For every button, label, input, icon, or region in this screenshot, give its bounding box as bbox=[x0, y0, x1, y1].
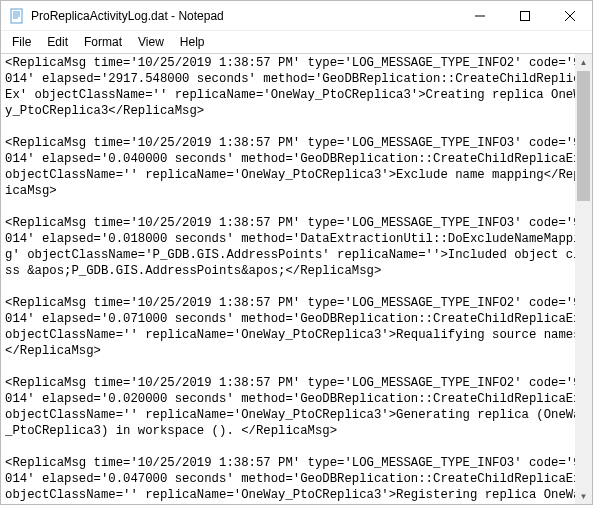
editor-wrap: <ReplicaMsg time='10/25/2019 1:38:57 PM'… bbox=[1, 54, 592, 505]
titlebar: ProReplicaActivityLog.dat - Notepad bbox=[1, 1, 592, 31]
vertical-scrollbar[interactable]: ▲ ▼ bbox=[575, 54, 592, 505]
scroll-down-button[interactable]: ▼ bbox=[575, 488, 592, 505]
menu-format[interactable]: Format bbox=[77, 33, 129, 51]
menu-help[interactable]: Help bbox=[173, 33, 212, 51]
minimize-button[interactable] bbox=[457, 1, 502, 30]
scroll-track[interactable] bbox=[575, 71, 592, 488]
menu-edit[interactable]: Edit bbox=[40, 33, 75, 51]
scroll-thumb[interactable] bbox=[577, 71, 590, 201]
scroll-up-button[interactable]: ▲ bbox=[575, 54, 592, 71]
maximize-button[interactable] bbox=[502, 1, 547, 30]
menubar: File Edit Format View Help bbox=[1, 31, 592, 54]
window-title: ProReplicaActivityLog.dat - Notepad bbox=[31, 9, 457, 23]
notepad-app-icon bbox=[9, 8, 25, 24]
text-editor[interactable]: <ReplicaMsg time='10/25/2019 1:38:57 PM'… bbox=[1, 54, 592, 505]
svg-rect-6 bbox=[520, 11, 529, 20]
window-controls bbox=[457, 1, 592, 30]
close-button[interactable] bbox=[547, 1, 592, 30]
menu-view[interactable]: View bbox=[131, 33, 171, 51]
menu-file[interactable]: File bbox=[5, 33, 38, 51]
